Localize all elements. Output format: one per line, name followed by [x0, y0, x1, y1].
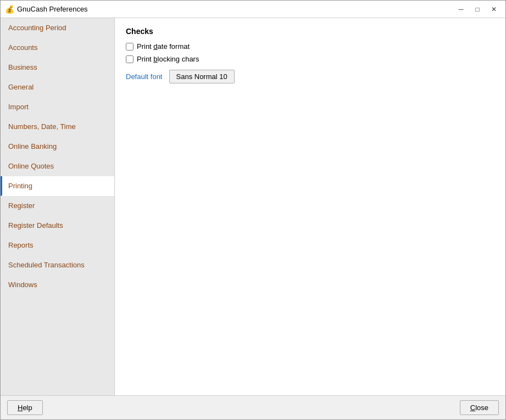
sidebar-item-register-defaults[interactable]: Register Defaults — [1, 216, 114, 236]
main-panel: Checks Print date format Print blocking … — [115, 18, 505, 395]
content-area: Accounting PeriodAccountsBusinessGeneral… — [1, 18, 505, 395]
help-button[interactable]: Help — [7, 400, 43, 415]
sidebar-item-scheduled-transactions[interactable]: Scheduled Transactions — [1, 255, 114, 275]
bottom-bar: Help Close — [1, 395, 505, 419]
minimize-button[interactable]: ─ — [454, 4, 468, 15]
print-blocking-chars-label: Print blocking chars — [137, 55, 199, 63]
sidebar-item-windows[interactable]: Windows — [1, 275, 114, 295]
titlebar: 💰 GnuCash Preferences ─ □ ✕ — [1, 1, 505, 18]
sidebar-item-reports[interactable]: Reports — [1, 236, 114, 255]
print-date-format-label: Print date format — [137, 42, 190, 51]
sidebar-item-register[interactable]: Register — [1, 196, 114, 216]
sidebar-item-general[interactable]: General — [1, 77, 114, 97]
sidebar-item-online-quotes[interactable]: Online Quotes — [1, 156, 114, 176]
close-window-button[interactable]: ✕ — [487, 4, 501, 15]
print-date-format-row: Print date format — [126, 42, 494, 51]
titlebar-controls: ─ □ ✕ — [454, 4, 501, 15]
app-icon: 💰 — [5, 5, 14, 14]
print-blocking-chars-checkbox[interactable] — [126, 55, 134, 63]
sidebar-item-numbers-date-time[interactable]: Numbers, Date, Time — [1, 117, 114, 137]
font-select-button[interactable]: Sans Normal 10 — [169, 70, 235, 83]
print-date-format-checkbox[interactable] — [126, 43, 134, 51]
sidebar-item-online-banking[interactable]: Online Banking — [1, 137, 114, 156]
font-row: Default font Sans Normal 10 — [126, 70, 494, 83]
font-label: Default font — [126, 72, 163, 81]
sidebar-item-accounts[interactable]: Accounts — [1, 38, 114, 58]
section-title: Checks — [126, 27, 494, 36]
print-blocking-chars-row: Print blocking chars — [126, 55, 494, 63]
sidebar-item-import[interactable]: Import — [1, 97, 114, 117]
sidebar: Accounting PeriodAccountsBusinessGeneral… — [1, 18, 115, 395]
window-title: GnuCash Preferences — [17, 5, 454, 13]
maximize-button[interactable]: □ — [470, 4, 485, 15]
app-window: 💰 GnuCash Preferences ─ □ ✕ Accounting P… — [0, 0, 506, 420]
sidebar-item-printing[interactable]: Printing — [1, 176, 114, 196]
sidebar-item-accounting-period[interactable]: Accounting Period — [1, 18, 114, 38]
sidebar-item-business[interactable]: Business — [1, 58, 114, 77]
close-button[interactable]: Close — [460, 400, 499, 415]
